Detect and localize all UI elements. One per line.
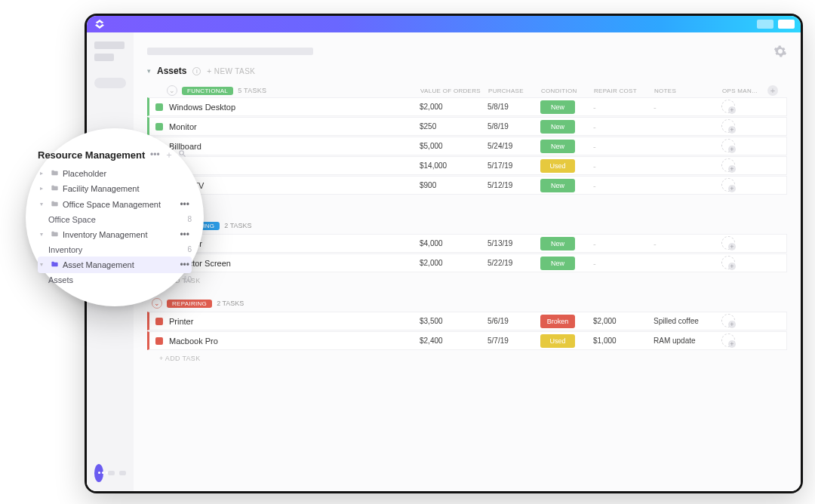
repair-cell[interactable]: -	[593, 103, 654, 112]
notes-cell[interactable]: -	[654, 103, 721, 112]
task-status-square[interactable]	[155, 318, 163, 325]
task-row[interactable]: Car $14,000 5/17/19 Used -	[147, 156, 787, 175]
purchase-cell[interactable]: 5/12/19	[487, 181, 540, 189]
value-cell[interactable]: $900	[420, 181, 487, 189]
add-task-button[interactable]: + ADD TASK	[147, 351, 787, 368]
sidebar-folder[interactable]: ▸ Facility Management	[38, 181, 192, 196]
assignee-cell[interactable]	[721, 256, 767, 271]
task-row[interactable]: Monitor $250 5/8/19 New -	[147, 117, 787, 136]
add-column-button[interactable]: +	[767, 85, 778, 96]
repair-cell[interactable]: $1,000	[593, 337, 654, 345]
collapse-group-button[interactable]: ⌄	[167, 85, 177, 96]
assignee-cell[interactable]	[721, 333, 767, 349]
purchase-cell[interactable]: 5/17/19	[487, 161, 540, 170]
sidebar-list[interactable]: Office Space8	[38, 213, 192, 226]
info-icon[interactable]: i	[192, 67, 201, 75]
value-cell[interactable]: $2,000	[420, 103, 487, 111]
add-assignee-icon[interactable]	[721, 139, 735, 152]
add-assignee-icon[interactable]	[721, 333, 735, 347]
value-cell[interactable]: $2,000	[420, 259, 487, 267]
space-more-button[interactable]: •••	[149, 149, 160, 160]
folder-more-button[interactable]: •••	[180, 260, 189, 270]
task-name[interactable]: Macbook Pro	[169, 337, 420, 346]
expand-icon[interactable]: ▸	[40, 170, 47, 177]
task-row[interactable]: Windows Desktop $2,000 5/8/19 New - -	[147, 97, 787, 116]
repair-cell[interactable]: -	[593, 239, 654, 248]
space-add-button[interactable]: ＋	[165, 149, 174, 161]
add-assignee-icon[interactable]	[721, 314, 735, 327]
window-minimize-button[interactable]	[757, 20, 773, 29]
expand-icon[interactable]: ▾	[40, 201, 47, 207]
add-assignee-icon[interactable]	[721, 119, 735, 133]
task-row[interactable]: Projector $4,000 5/13/19 New - -	[147, 234, 787, 253]
condition-cell[interactable]: New	[540, 257, 593, 270]
add-assignee-icon[interactable]	[721, 256, 735, 269]
collapse-group-button[interactable]: ⌄	[152, 298, 162, 309]
task-status-square[interactable]	[155, 337, 163, 345]
assignee-cell[interactable]	[721, 119, 767, 134]
task-row[interactable]: Billboard $5,000 5/24/19 New -	[147, 137, 787, 155]
task-name[interactable]: Windows Desktop	[169, 103, 420, 112]
value-cell[interactable]: $2,400	[420, 337, 487, 345]
condition-cell[interactable]: New	[540, 120, 593, 134]
task-status-square[interactable]	[155, 103, 163, 111]
assignee-cell[interactable]	[721, 158, 767, 174]
task-name[interactable]: Smart TV	[169, 181, 420, 190]
task-name[interactable]: Car	[169, 161, 420, 171]
task-name[interactable]: Projector Screen	[169, 259, 420, 268]
value-cell[interactable]: $14,000	[420, 161, 487, 170]
col-value[interactable]: VALUE OF ORDERS	[420, 88, 488, 94]
space-search-button[interactable]	[178, 149, 186, 160]
sidebar-folder[interactable]: ▾ Inventory Management •••	[38, 226, 192, 243]
sidebar-folder[interactable]: ▾ Office Space Management •••	[38, 196, 192, 213]
status-pill[interactable]: REPAIRING	[167, 300, 212, 308]
value-cell[interactable]: $5,000	[420, 142, 487, 150]
purchase-cell[interactable]: 5/6/19	[487, 317, 540, 325]
task-name[interactable]: Billboard	[169, 142, 420, 151]
add-assignee-icon[interactable]	[721, 236, 735, 250]
task-name[interactable]: Projector	[169, 239, 420, 248]
value-cell[interactable]: $3,500	[420, 317, 487, 325]
repair-cell[interactable]: $2,000	[593, 317, 654, 325]
purchase-cell[interactable]: 5/24/19	[487, 142, 540, 150]
condition-cell[interactable]: New	[540, 237, 593, 250]
purchase-cell[interactable]: 5/7/19	[487, 337, 540, 345]
repair-cell[interactable]: -	[593, 259, 654, 268]
task-row[interactable]: Projector Screen $2,000 5/22/19 New -	[147, 254, 787, 272]
task-status-square[interactable]	[155, 123, 163, 131]
notes-cell[interactable]: -	[654, 239, 721, 248]
chat-button[interactable]	[94, 464, 103, 482]
condition-cell[interactable]: New	[540, 140, 593, 153]
expand-icon[interactable]: ▾	[40, 261, 47, 268]
status-pill[interactable]: FUNCTIONAL	[182, 87, 233, 95]
condition-cell[interactable]: New	[540, 179, 593, 192]
folder-more-button[interactable]: •••	[180, 229, 189, 240]
collapse-list-icon[interactable]: ▾	[147, 67, 151, 75]
task-name[interactable]: Printer	[169, 317, 420, 326]
assignee-cell[interactable]	[721, 100, 767, 115]
folder-more-button[interactable]: •••	[180, 199, 189, 210]
notes-cell[interactable]: Spilled coffee	[654, 317, 721, 325]
purchase-cell[interactable]: 5/22/19	[487, 259, 540, 267]
condition-cell[interactable]: Broken	[540, 315, 593, 328]
condition-cell[interactable]: New	[540, 100, 593, 114]
add-assignee-icon[interactable]	[721, 158, 735, 172]
purchase-cell[interactable]: 5/13/19	[487, 239, 540, 247]
col-condition[interactable]: CONDITION	[541, 88, 594, 94]
sidebar-folder[interactable]: ▸ Placeholder	[38, 166, 192, 181]
condition-cell[interactable]: Used	[540, 334, 593, 348]
col-opsman[interactable]: OPS MAN…	[722, 88, 767, 94]
window-maximize-button[interactable]	[778, 20, 795, 29]
col-purchase[interactable]: PURCHASE	[488, 88, 541, 94]
col-notes[interactable]: NOTES	[654, 88, 722, 94]
expand-icon[interactable]: ▸	[40, 185, 47, 192]
repair-cell[interactable]: -	[593, 142, 654, 151]
add-task-button[interactable]: + ADD TASK	[147, 273, 787, 290]
purchase-cell[interactable]: 5/8/19	[487, 122, 540, 131]
task-row[interactable]: Printer $3,500 5/6/19 Broken $2,000 Spil…	[147, 312, 787, 330]
task-name[interactable]: Monitor	[169, 122, 420, 131]
new-task-button[interactable]: + NEW TASK	[207, 67, 255, 75]
value-cell[interactable]: $250	[420, 122, 487, 131]
task-row[interactable]: Macbook Pro $2,400 5/7/19 Used $1,000 RA…	[147, 331, 787, 350]
sidebar-folder[interactable]: ▾ Asset Management •••	[38, 257, 192, 273]
